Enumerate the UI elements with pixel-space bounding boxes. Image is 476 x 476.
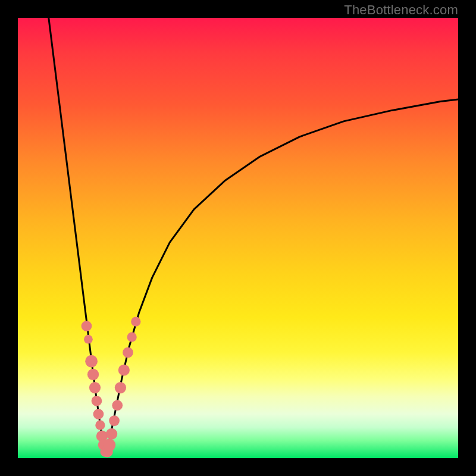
- data-marker: [127, 332, 137, 342]
- data-marker: [95, 420, 105, 430]
- curve-layer: [18, 18, 458, 458]
- data-marker: [93, 409, 104, 419]
- data-marker: [87, 369, 99, 380]
- data-marker: [115, 382, 126, 393]
- data-marker: [109, 415, 120, 426]
- data-marker: [89, 382, 101, 393]
- data-marker: [104, 439, 116, 451]
- data-marker: [112, 400, 123, 411]
- data-marker: [85, 355, 98, 368]
- data-marker: [92, 396, 102, 406]
- plot-area: [18, 18, 458, 458]
- data-marker: [82, 321, 92, 331]
- data-marker: [106, 428, 117, 440]
- watermark-text: TheBottleneck.com: [344, 2, 458, 18]
- data-marker: [131, 317, 140, 326]
- data-marker: [118, 364, 130, 375]
- bottleneck-curve: [49, 18, 458, 456]
- data-marker: [84, 335, 93, 344]
- data-marker: [123, 347, 133, 358]
- chart-frame: TheBottleneck.com: [0, 0, 476, 476]
